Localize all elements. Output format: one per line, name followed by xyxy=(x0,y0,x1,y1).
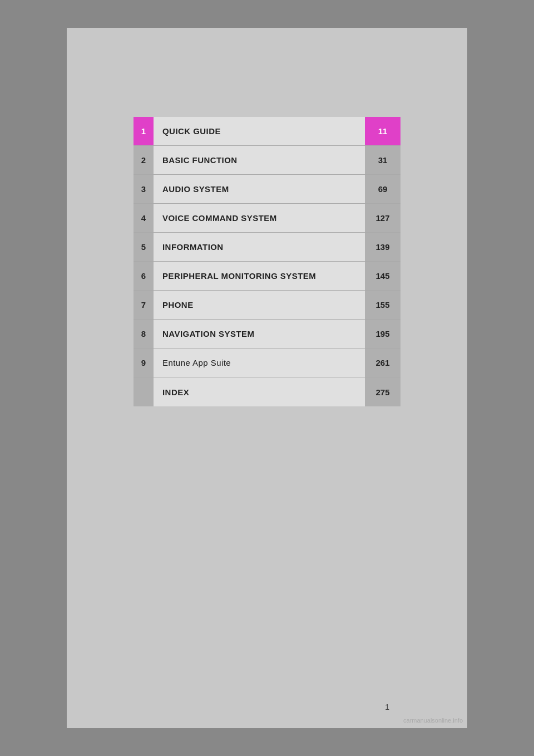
toc-title-cell: QUICK GUIDE xyxy=(154,117,365,145)
toc-container: 1QUICK GUIDE112BASIC FUNCTION313AUDIO SY… xyxy=(134,117,400,406)
toc-title-cell: PHONE xyxy=(154,291,365,319)
toc-title-cell: INFORMATION xyxy=(154,233,365,261)
toc-row[interactable]: 2BASIC FUNCTION31 xyxy=(134,146,400,175)
toc-page-cell: 195 xyxy=(365,320,400,348)
toc-number-cell: 1 xyxy=(134,117,154,145)
toc-number-cell: 7 xyxy=(134,291,154,319)
toc-number-cell xyxy=(134,377,154,406)
toc-row[interactable]: 3AUDIO SYSTEM69 xyxy=(134,175,400,204)
toc-number-cell: 9 xyxy=(134,348,154,377)
toc-page-cell: 139 xyxy=(365,233,400,261)
toc-page-cell: 11 xyxy=(365,117,400,145)
toc-page-cell: 275 xyxy=(365,377,400,406)
toc-row[interactable]: 5INFORMATION139 xyxy=(134,233,400,262)
toc-number-cell: 4 xyxy=(134,204,154,232)
toc-title-cell: PERIPHERAL MONITORING SYSTEM xyxy=(154,262,365,290)
toc-number-cell: 8 xyxy=(134,320,154,348)
toc-row[interactable]: 9Entune App Suite261 xyxy=(134,348,400,377)
toc-page-cell: 145 xyxy=(365,262,400,290)
toc-row[interactable]: 4VOICE COMMAND SYSTEM127 xyxy=(134,204,400,233)
toc-title-cell: NAVIGATION SYSTEM xyxy=(154,320,365,348)
toc-row[interactable]: 6PERIPHERAL MONITORING SYSTEM145 xyxy=(134,262,400,291)
toc-row[interactable]: 7PHONE155 xyxy=(134,291,400,320)
page-number: 1 xyxy=(385,703,389,711)
toc-title-cell: Entune App Suite xyxy=(154,348,365,377)
toc-page-cell: 155 xyxy=(365,291,400,319)
toc-row[interactable]: INDEX275 xyxy=(134,377,400,406)
toc-number-cell: 6 xyxy=(134,262,154,290)
toc-page-cell: 31 xyxy=(365,146,400,174)
toc-number-cell: 3 xyxy=(134,175,154,203)
page-wrapper: 1QUICK GUIDE112BASIC FUNCTION313AUDIO SY… xyxy=(67,28,467,728)
toc-title-cell: BASIC FUNCTION xyxy=(154,146,365,174)
toc-number-cell: 2 xyxy=(134,146,154,174)
toc-page-cell: 127 xyxy=(365,204,400,232)
toc-page-cell: 261 xyxy=(365,348,400,377)
toc-title-cell: AUDIO SYSTEM xyxy=(154,175,365,203)
toc-number-cell: 5 xyxy=(134,233,154,261)
watermark: carmanualsonline.info xyxy=(403,717,463,724)
toc-page-cell: 69 xyxy=(365,175,400,203)
toc-title-cell: VOICE COMMAND SYSTEM xyxy=(154,204,365,232)
toc-row[interactable]: 8NAVIGATION SYSTEM195 xyxy=(134,320,400,348)
content-area: 1QUICK GUIDE112BASIC FUNCTION313AUDIO SY… xyxy=(67,28,467,451)
toc-row[interactable]: 1QUICK GUIDE11 xyxy=(134,117,400,146)
toc-title-cell: INDEX xyxy=(154,377,365,406)
